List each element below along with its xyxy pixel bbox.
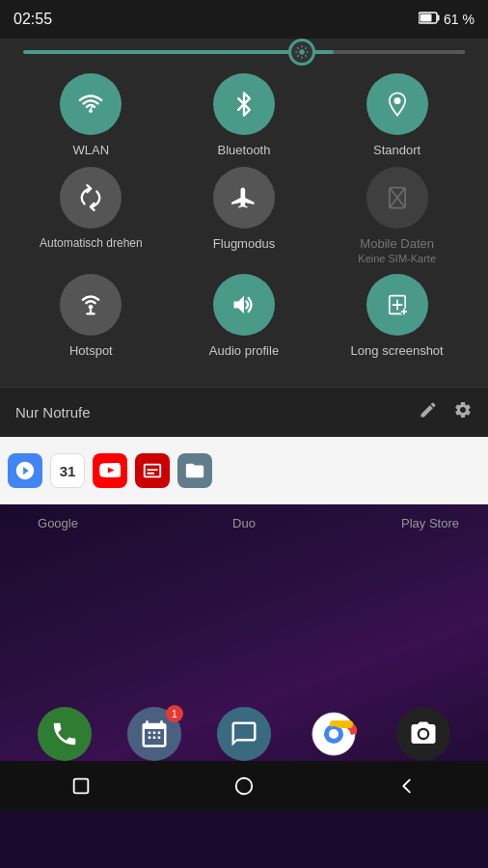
quick-settings-panel: ? WLAN Bluetooth Standort (0, 39, 488, 387)
app-icon-youtube[interactable] (93, 453, 127, 488)
screenshot-icon (384, 291, 411, 318)
sun-icon (294, 44, 310, 60)
tile-circle-bluetooth[interactable] (213, 73, 275, 135)
tile-circle-mobile-data[interactable] (366, 167, 428, 229)
tile-circle-hotspot[interactable] (60, 274, 122, 336)
notification-bar: Nur Notrufe (0, 387, 488, 437)
app-label-play-store: Play Store (401, 516, 459, 530)
app-icon-news[interactable] (135, 453, 170, 488)
location-icon (384, 91, 411, 118)
mobile-data-icon (384, 184, 411, 211)
tile-circle-flugmodus[interactable] (213, 167, 275, 229)
tile-wlan[interactable]: ? WLAN (19, 73, 163, 157)
app-label-duo: Duo (215, 516, 273, 530)
svg-line-8 (297, 47, 298, 48)
dock-phone[interactable] (38, 707, 92, 761)
tile-circle-long-screenshot[interactable] (366, 274, 428, 336)
brightness-thumb-circle (288, 39, 315, 66)
svg-point-14 (393, 97, 400, 104)
wifi-icon: ? (77, 91, 104, 118)
calendar-badge: 1 (166, 705, 183, 722)
svg-point-32 (236, 778, 253, 795)
svg-point-30 (329, 729, 339, 739)
app-icon-photos[interactable] (8, 453, 42, 488)
rotate-icon (77, 184, 104, 211)
status-right: 61 % (419, 12, 474, 27)
dock-chrome[interactable] (307, 707, 361, 761)
svg-line-9 (305, 55, 306, 56)
tile-label-flugmodus: Flugmodus (213, 236, 275, 251)
status-time: 02:55 (14, 11, 52, 28)
svg-point-18 (89, 305, 94, 310)
tile-label-mobile-data: Mobile Daten (360, 236, 434, 251)
svg-line-10 (297, 55, 298, 56)
tile-mobile-data[interactable]: Mobile Daten Keine SIM-Karte (325, 167, 469, 264)
tile-auto-rotate[interactable]: Automatisch drehen (19, 167, 163, 264)
tile-audio-profile[interactable]: Audio profile (173, 274, 316, 358)
tile-flugmodus[interactable]: Flugmodus (173, 167, 316, 264)
settings-icon[interactable] (453, 400, 473, 424)
tile-bluetooth[interactable]: Bluetooth (173, 73, 316, 157)
svg-text:?: ? (88, 102, 94, 114)
dock-calendar[interactable]: 1 (127, 707, 181, 761)
svg-point-3 (299, 49, 304, 54)
hotspot-icon (77, 291, 104, 318)
svg-rect-31 (74, 779, 89, 794)
edit-icon[interactable] (419, 400, 438, 424)
battery-percent: 61 % (444, 12, 474, 27)
airplane-icon (230, 184, 258, 211)
tile-circle-standort[interactable] (366, 73, 428, 135)
tile-long-screenshot[interactable]: Long screenshot (325, 274, 469, 358)
notif-icons (419, 400, 473, 424)
nav-recent-button[interactable] (62, 767, 100, 805)
tile-circle-wlan[interactable]: ? (60, 73, 122, 135)
tile-label-audio-profile: Audio profile (209, 343, 279, 358)
bluetooth-icon (230, 91, 258, 118)
tile-sublabel-mobile-data: Keine SIM-Karte (358, 253, 436, 264)
nav-bar (0, 761, 488, 811)
tile-circle-audio-profile[interactable] (213, 274, 275, 336)
tile-label-auto-rotate: Automatisch drehen (40, 236, 143, 250)
nav-home-button[interactable] (225, 767, 263, 805)
app-row: 31 (0, 437, 488, 504)
home-screen: Google Duo Play Store 1 (0, 504, 488, 811)
svg-rect-2 (420, 14, 432, 22)
tile-label-wlan: WLAN (73, 143, 110, 157)
svg-rect-1 (438, 15, 440, 21)
dock-sms[interactable] (217, 707, 271, 761)
tile-hotspot[interactable]: Hotspot (19, 274, 163, 358)
tiles-grid: ? WLAN Bluetooth Standort (19, 73, 469, 358)
app-icon-calendar[interactable]: 31 (50, 453, 85, 488)
svg-line-11 (305, 47, 306, 48)
tile-label-bluetooth: Bluetooth (218, 143, 271, 157)
brightness-track (23, 50, 465, 54)
nav-back-button[interactable] (388, 767, 426, 805)
tile-label-long-screenshot: Long screenshot (351, 343, 444, 358)
dock-camera[interactable] (396, 707, 450, 761)
battery-icon (419, 12, 440, 27)
audio-icon (230, 291, 258, 318)
notif-text: Nur Notrufe (15, 404, 91, 420)
brightness-slider[interactable] (23, 50, 465, 54)
app-icon-files[interactable] (177, 453, 212, 488)
brightness-thumb[interactable] (288, 39, 315, 66)
tile-circle-auto-rotate[interactable] (60, 167, 122, 229)
tile-standort[interactable]: Standort (325, 73, 469, 157)
tile-label-hotspot: Hotspot (69, 343, 113, 358)
tile-label-standort: Standort (373, 143, 420, 157)
brightness-row[interactable] (19, 50, 469, 54)
dock: 1 (0, 707, 488, 761)
app-labels-row: Google Duo Play Store (0, 510, 488, 530)
app-label-google: Google (29, 516, 87, 530)
brightness-track-inactive (333, 50, 465, 54)
status-bar: 02:55 61 % (0, 0, 488, 39)
